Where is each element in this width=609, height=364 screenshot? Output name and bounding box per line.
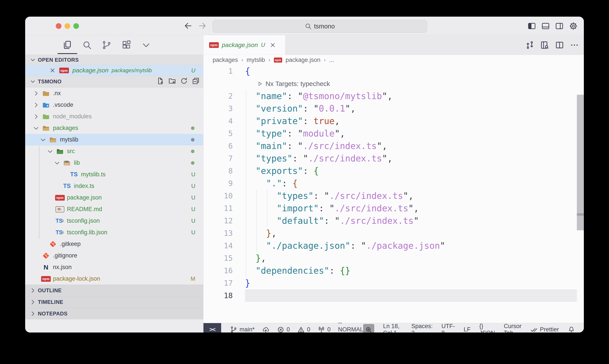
status-cursor-position[interactable]: Ln 18, Col 1	[383, 323, 402, 333]
status-vim-mode[interactable]: -- NORMAL --	[338, 319, 363, 333]
code-line-9[interactable]: 9 ".": {	[203, 177, 584, 190]
new-file-icon[interactable]	[156, 77, 164, 86]
chev-down-icon[interactable]	[141, 40, 151, 50]
code-line-12[interactable]: 12 "default": "./src/index.ts"	[203, 215, 584, 227]
code-line-17[interactable]: 17}	[203, 277, 584, 289]
chevron-right-icon[interactable]	[33, 113, 39, 120]
tree-item-.vscode[interactable]: .vscode	[25, 99, 203, 111]
tree-item-.gitignore[interactable]: .gitignore	[25, 250, 203, 261]
tree-item-lib[interactable]: lib	[25, 157, 203, 169]
status-indentation[interactable]: Spaces: 2	[411, 323, 433, 333]
status-encoding[interactable]: UTF-8	[441, 323, 455, 333]
toggle-sidebar-icon[interactable]	[527, 22, 536, 30]
breadcrumb-packages[interactable]: packages	[213, 57, 238, 64]
status-eol[interactable]: LF	[464, 326, 470, 333]
chevron-right-icon[interactable]	[33, 90, 39, 97]
code-line-15[interactable]: 15 },	[203, 252, 584, 264]
file-tree: .nx.vscodejsnode_modulespackagesmytslib‹…	[25, 88, 203, 285]
code-line-18[interactable]: 18	[203, 289, 584, 302]
breadcrumb-mytslib[interactable]: mytslib	[247, 57, 265, 64]
tree-item-index.ts[interactable]: TSindex.tsU	[25, 180, 203, 192]
code-line-1[interactable]: 1{	[203, 65, 584, 78]
code-line-11[interactable]: 11 "import": "./src/index.ts",	[203, 202, 584, 215]
tab-untracked-badge: U	[261, 41, 265, 48]
status-ports[interactable]: 0	[318, 326, 331, 333]
open-editors-header[interactable]: OPEN EDITORS	[25, 55, 203, 65]
tree-item-package.json[interactable]: npmpackage.jsonU	[25, 192, 203, 203]
tree-item-tsconfig.lib.json[interactable]: TS⚙tsconfig.lib.jsonU	[25, 227, 203, 238]
section-outline[interactable]: OUTLINE	[25, 285, 203, 296]
refresh-icon[interactable]	[180, 77, 188, 86]
forward-icon[interactable]	[198, 21, 207, 30]
status-errors[interactable]: 0	[277, 326, 290, 333]
code-line-10[interactable]: 10 "types": "./src/index.ts",	[203, 190, 584, 202]
tree-item-.nx[interactable]: .nx	[25, 88, 203, 99]
minimize-window-button[interactable]	[65, 23, 70, 29]
tree-item-packages[interactable]: packages	[25, 122, 203, 134]
toggle-panel-icon[interactable]	[541, 22, 550, 30]
status-git-branch[interactable]: main*	[230, 326, 255, 333]
close-tab-icon[interactable]	[270, 42, 276, 48]
status-notifications[interactable]	[568, 326, 575, 333]
command-center-search[interactable]: tsmono	[213, 20, 427, 33]
chevron-down-icon[interactable]	[54, 160, 60, 166]
code-line-5[interactable]: 5 "type": "module",	[203, 127, 584, 140]
remote-indicator[interactable]: ><	[203, 323, 221, 333]
new-folder-icon[interactable]	[168, 77, 176, 86]
status-cursor-tab[interactable]: Cursor Tab	[504, 323, 521, 333]
tree-item-package-lock.json[interactable]: npmpackage-lock.jsonM	[25, 273, 203, 285]
code-line-13[interactable]: 13 },	[203, 227, 584, 240]
code-line-2[interactable]: 2 "name": "@tsmono/mytslib",	[203, 90, 584, 102]
tree-item-src[interactable]: ‹›src	[25, 145, 203, 157]
code-line-8[interactable]: 8 "exports": {	[203, 165, 584, 177]
chevron-down-icon[interactable]	[33, 125, 39, 131]
status-publish[interactable]	[262, 326, 270, 333]
code-line-4[interactable]: 4 "private": true,	[203, 115, 584, 127]
tree-item-.gitkeep[interactable]: .gitkeep	[25, 238, 203, 250]
scm-icon[interactable]	[102, 40, 112, 50]
settings-gear-icon[interactable]	[569, 22, 578, 30]
compare-changes-icon[interactable]	[525, 40, 534, 51]
status-language-mode[interactable]: {} JSON	[479, 323, 495, 333]
code-line-6[interactable]: 6 "main": "./src/index.ts",	[203, 140, 584, 152]
code-line-14[interactable]: 14 "./package.json": "./package.json"	[203, 240, 584, 252]
chevron-down-icon[interactable]	[47, 148, 53, 155]
open-editor-item[interactable]: npm package.json packages/mytslib U	[25, 65, 203, 76]
status-zoom-indicator[interactable]	[363, 324, 374, 333]
code-line-16[interactable]: 16 "dependencies": {}	[203, 264, 584, 277]
codelens[interactable]: Nx Targets: typecheck	[245, 78, 577, 90]
files-icon[interactable]	[62, 40, 72, 50]
section-notepads[interactable]: NOTEPADS	[25, 308, 203, 319]
tree-item-README.md[interactable]: M↓README.mdU	[25, 203, 203, 215]
tree-item-nx.json[interactable]: Nnx.json	[25, 261, 203, 273]
chevron-right-icon[interactable]	[33, 102, 39, 108]
status-formatter[interactable]: Prettier	[530, 326, 559, 333]
chevron-down-icon[interactable]	[40, 136, 46, 143]
breadcrumb--[interactable]: ...	[329, 57, 334, 64]
tree-item-mytslib.ts[interactable]: TSmytslib.tsU	[25, 169, 203, 180]
back-icon[interactable]	[184, 21, 193, 30]
extensions-icon[interactable]	[121, 40, 131, 50]
workspace-header[interactable]: TSMONO	[25, 76, 203, 88]
code-line-7[interactable]: 7 "types": "./src/index.ts",	[203, 152, 584, 165]
open-preview-icon[interactable]	[540, 40, 549, 51]
tree-item-tsconfig.json[interactable]: TS⚙tsconfig.jsonU	[25, 215, 203, 227]
code-line-3[interactable]: 3 "version": "0.0.1",	[203, 102, 584, 115]
toggle-secondary-sidebar-icon[interactable]	[555, 22, 564, 30]
status-warnings[interactable]: 0	[297, 326, 310, 333]
zoom-window-button[interactable]	[73, 23, 79, 29]
breadcrumb-package-json[interactable]: package.json	[286, 57, 321, 64]
tree-item-mytslib[interactable]: mytslib	[25, 134, 203, 145]
split-editor-icon[interactable]	[555, 40, 564, 51]
more-actions-icon[interactable]	[570, 40, 579, 51]
folder-status-dot	[191, 150, 194, 153]
tab-package-json[interactable]: npm package.json U	[203, 35, 285, 55]
close-window-button[interactable]	[56, 23, 62, 29]
collapse-icon[interactable]	[192, 77, 200, 86]
tree-item-node_modules[interactable]: jsnode_modules	[25, 111, 203, 122]
scrollbar-thumb[interactable]	[577, 95, 584, 230]
section-timeline[interactable]: TIMELINE	[25, 296, 203, 308]
search-icon[interactable]	[82, 40, 92, 50]
code-editor[interactable]: 1{Nx Targets: typecheck2 "name": "@tsmon…	[203, 65, 584, 333]
close-icon[interactable]	[49, 67, 56, 74]
